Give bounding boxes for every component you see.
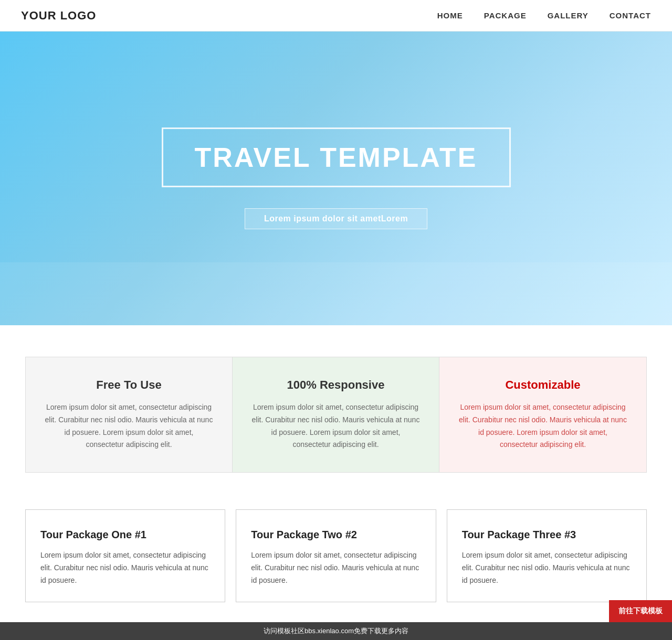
nav-link-home[interactable]: HOME [437,11,463,20]
package-title-0: Tour Package One #1 [40,529,210,541]
nav-link-package[interactable]: PACKAGE [484,11,527,20]
feature-card-0: Free To UseLorem ipsum dolor sit amet, c… [26,357,233,472]
hero-title-box: TRAVEL TEMPLATE [162,127,511,187]
package-card-0: Tour Package One #1Lorem ipsum dolor sit… [25,509,225,602]
package-title-2: Tour Package Three #3 [462,529,632,541]
feature-text-2: Lorem ipsum dolor sit amet, consectetur … [458,401,627,451]
feature-title-2: Customizable [458,378,627,392]
package-card-1: Tour Package Two #2Lorem ipsum dolor sit… [236,509,436,602]
hero-subtitle-box: Lorem ipsum dolor sit ametLorem [245,208,427,229]
hero-subtitle: Lorem ipsum dolor sit ametLorem [264,214,408,223]
package-title-1: Tour Package Two #2 [251,529,421,541]
feature-title-0: Free To Use [45,378,213,392]
feature-text-0: Lorem ipsum dolor sit amet, consectetur … [45,401,213,451]
hero-title: TRAVEL TEMPLATE [195,142,478,173]
package-text-1: Lorem ipsum dolor sit amet, consectetur … [251,549,421,586]
package-text-2: Lorem ipsum dolor sit amet, consectetur … [462,549,632,586]
watermark-banner: 访问模板社区bbs.xienlao.com免费下载更多内容 [0,622,672,623]
features-grid: Free To UseLorem ipsum dolor sit amet, c… [25,357,647,473]
packages-section: Tour Package One #1Lorem ipsum dolor sit… [0,494,672,623]
nav-link-gallery[interactable]: GALLERY [548,11,589,20]
feature-text-1: Lorem ipsum dolor sit amet, consectetur … [251,401,420,451]
hero-section: TRAVEL TEMPLATE Lorem ipsum dolor sit am… [0,31,672,325]
feature-card-2: CustomizableLorem ipsum dolor sit amet, … [439,357,646,472]
package-card-2: Tour Package Three #3Lorem ipsum dolor s… [447,509,647,602]
navbar: YOUR LOGO HOMEPACKAGEGALLERYCONTACT [0,0,672,31]
nav-link-contact[interactable]: CONTACT [610,11,651,20]
features-section: Free To UseLorem ipsum dolor sit amet, c… [0,325,672,494]
feature-title-1: 100% Responsive [251,378,420,392]
feature-card-1: 100% ResponsiveLorem ipsum dolor sit ame… [233,357,439,472]
packages-grid: Tour Package One #1Lorem ipsum dolor sit… [25,509,647,602]
site-logo: YOUR LOGO [21,9,96,23]
package-text-0: Lorem ipsum dolor sit amet, consectetur … [40,549,210,586]
download-button[interactable]: 前往下载模板 [609,600,672,622]
nav-links: HOMEPACKAGEGALLERYCONTACT [437,11,651,20]
